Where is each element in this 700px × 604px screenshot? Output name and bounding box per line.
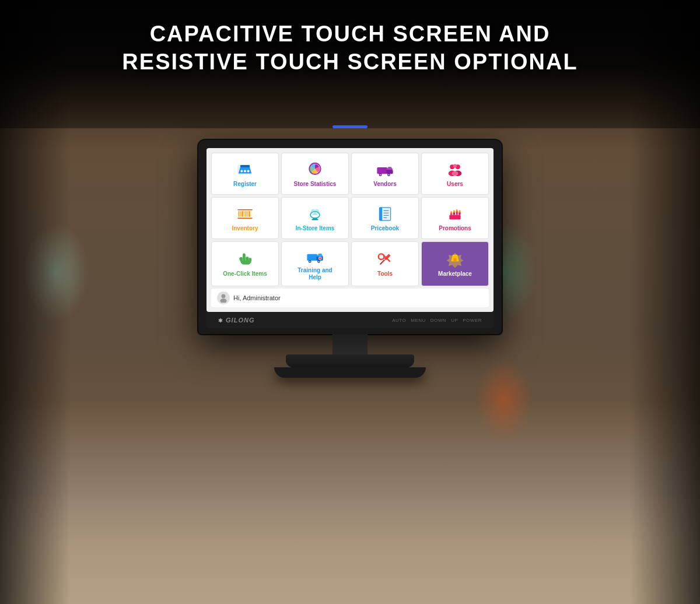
register-icon [236,160,254,179]
svg-rect-52 [319,258,321,259]
header-text: CAPACITIVE TOUCH SCREEN AND RESISTIVE TO… [0,20,700,76]
training-icon [306,247,324,265]
svg-point-44 [453,210,455,213]
pos-screen: Register Store Statistics [206,148,494,312]
monitor-btn-menu[interactable]: MENU [411,318,426,323]
svg-point-61 [220,299,227,303]
tile-pricebook-label: Pricebook [371,225,399,232]
tile-register[interactable]: Register [211,153,279,195]
svg-point-60 [222,294,226,299]
svg-rect-27 [237,209,253,210]
monitor: Register Store Statistics [198,140,502,378]
svg-point-12 [388,174,389,175]
tile-oneclick-items[interactable]: One-Click Items [211,241,279,286]
tile-vendors-label: Vendors [373,181,396,188]
svg-marker-8 [386,167,393,170]
svg-rect-6 [377,167,387,174]
svg-rect-47 [307,254,317,261]
user-avatar [217,292,230,304]
svg-point-17 [453,164,457,167]
tile-marketplace-label: Marketplace [438,271,472,278]
svg-rect-21 [240,211,241,217]
svg-point-56 [318,261,319,262]
promotions-icon [446,205,464,223]
tile-users[interactable]: Users [421,153,489,195]
tile-inventory[interactable]: Inventory [211,197,279,239]
tile-tools-label: Tools [377,271,393,278]
tile-instore-items[interactable]: In-Store Items [281,197,349,239]
monitor-bezel-bottom: ✱ GILONG AUTO MENU DOWN UP POWER [206,312,494,328]
avatar-icon [219,293,228,303]
svg-rect-59 [454,258,457,262]
instore-icon [306,205,324,223]
tile-training-help[interactable]: Training and Help [281,241,349,286]
svg-rect-4 [240,165,250,167]
svg-point-18 [452,171,458,175]
pos-tile-grid: Register Store Statistics [211,153,489,286]
svg-rect-7 [386,170,393,174]
monitor-btn-power[interactable]: POWER [463,318,482,323]
svg-rect-24 [246,211,247,217]
tile-instore-label: In-Store Items [296,225,335,232]
svg-rect-26 [249,211,250,217]
tile-oneclick-label: One-Click Items [223,271,267,278]
monitor-control-buttons: AUTO MENU DOWN UP POWER [392,318,482,323]
left-overlay [0,0,70,604]
monitor-neck [332,334,368,354]
right-overlay [630,0,700,604]
svg-rect-31 [312,219,318,220]
svg-rect-22 [242,211,243,217]
accent-line [332,125,368,128]
svg-point-54 [309,261,310,262]
pricebook-icon [376,205,394,223]
user-greeting: Hi, Administrator [233,294,281,301]
monitor-brand: ✱ GILONG [218,317,254,324]
tile-vendors[interactable]: Vendors [351,153,419,195]
tile-register-label: Register [233,181,257,188]
monitor-screen: Register Store Statistics [206,148,494,312]
tile-pricebook[interactable]: Pricebook [351,197,419,239]
pos-bottom-bar: Hi, Administrator [211,289,489,307]
tile-store-statistics[interactable]: Store Statistics [281,153,349,195]
vendors-icon [376,160,394,179]
marketplace-icon [446,250,464,269]
svg-rect-38 [449,215,460,219]
header-line1: CAPACITIVE TOUCH SCREEN AND [0,20,700,48]
svg-marker-49 [316,254,323,257]
svg-rect-25 [247,211,248,217]
monitor-shell: Register Store Statistics [198,140,502,334]
tile-users-label: Users [447,181,463,188]
inventory-icon [236,205,254,223]
monitor-foot [274,367,426,378]
tile-promotions-label: Promotions [439,225,471,232]
tile-promotions[interactable]: Promotions [421,197,489,239]
svg-point-45 [456,209,458,212]
tools-icon [376,250,394,269]
svg-point-46 [459,210,460,213]
tile-marketplace[interactable]: Marketplace [421,241,489,286]
stats-icon [306,160,324,179]
svg-point-2 [244,170,246,172]
svg-point-10 [380,174,381,175]
tile-training-label: Training and Help [298,267,332,281]
svg-point-1 [240,170,243,172]
monitor-btn-down[interactable]: DOWN [430,318,446,323]
users-icon [446,160,464,179]
monitor-base [286,354,414,367]
svg-rect-33 [379,207,382,220]
monitor-btn-up[interactable]: UP [451,318,458,323]
svg-rect-30 [313,217,317,219]
svg-point-3 [247,170,250,172]
tile-stats-label: Store Statistics [294,181,337,188]
svg-rect-19 [237,210,253,217]
svg-rect-23 [244,211,244,217]
svg-point-43 [450,211,452,214]
svg-rect-28 [237,217,253,219]
header-line2: RESISTIVE TOUCH SCREEN OPTIONAL [0,48,700,76]
oneclick-icon [236,250,254,269]
svg-rect-20 [239,211,240,217]
tile-inventory-label: Inventory [232,225,258,232]
tile-tools[interactable]: Tools [351,241,419,286]
monitor-btn-auto[interactable]: AUTO [392,318,406,323]
